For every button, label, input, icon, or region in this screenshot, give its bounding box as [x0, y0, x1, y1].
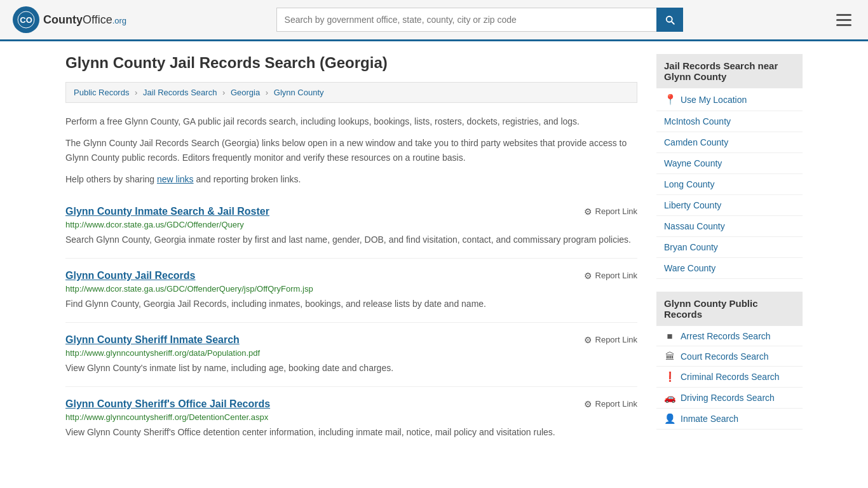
- sidebar-county-mcintosh[interactable]: McIntosh County: [656, 111, 803, 132]
- list-item: Wayne County: [656, 153, 803, 174]
- svg-text:CO: CO: [20, 15, 32, 25]
- list-item: 👤 Inmate Search: [656, 409, 803, 430]
- list-item: Nassau County: [656, 216, 803, 237]
- list-item: ■ Arrest Records Search: [656, 326, 803, 346]
- result-header: Glynn County Sheriff's Office Jail Recor…: [65, 398, 637, 410]
- result-header: Glynn County Jail Records ⚙ Report Link: [65, 270, 637, 281]
- criminal-icon: ❗: [664, 371, 675, 383]
- result-desc-3: View Glynn County's inmate list by name,…: [65, 362, 637, 375]
- page-title: Glynn County Jail Records Search (Georgi…: [65, 54, 637, 72]
- location-pin-icon: 📍: [664, 93, 677, 105]
- report-link-4[interactable]: ⚙ Report Link: [584, 399, 637, 409]
- logo-text: CountyOffice.org: [43, 13, 126, 27]
- sidebar-county-wayne[interactable]: Wayne County: [656, 153, 803, 173]
- search-area: [276, 8, 683, 32]
- result-title-3[interactable]: Glynn County Sheriff Inmate Search: [65, 334, 240, 346]
- breadcrumb-georgia[interactable]: Georgia: [231, 88, 260, 97]
- sidebar-county-liberty[interactable]: Liberty County: [656, 195, 803, 215]
- list-item: Ware County: [656, 258, 803, 279]
- list-item: ❗ Criminal Records Search: [656, 367, 803, 388]
- detail-description: The Glynn County Jail Records Search (Ge…: [65, 136, 637, 165]
- sidebar-county-nassau[interactable]: Nassau County: [656, 216, 803, 236]
- breadcrumb-sep: ›: [266, 88, 268, 97]
- nearby-counties-list: McIntosh County Camden County Wayne Coun…: [656, 111, 803, 279]
- list-item: Liberty County: [656, 195, 803, 216]
- site-header: CO CountyOffice.org: [0, 0, 868, 41]
- search-input[interactable]: [276, 8, 656, 32]
- result-header: Glynn County Inmate Search & Jail Roster…: [65, 206, 637, 217]
- sidebar-county-long[interactable]: Long County: [656, 174, 803, 194]
- menu-line: [836, 14, 851, 16]
- result-url-2[interactable]: http://www.dcor.state.ga.us/GDC/Offender…: [65, 284, 637, 294]
- report-link-3[interactable]: ⚙ Report Link: [584, 335, 637, 345]
- use-location-button[interactable]: 📍 Use My Location: [656, 88, 803, 111]
- result-item: Glynn County Sheriff's Office Jail Recor…: [65, 387, 637, 451]
- result-url-1[interactable]: http://www.dcor.state.ga.us/GDC/Offender…: [65, 220, 637, 229]
- result-header: Glynn County Sheriff Inmate Search ⚙ Rep…: [65, 334, 637, 346]
- menu-line: [836, 19, 851, 21]
- sidebar-county-ware[interactable]: Ware County: [656, 258, 803, 278]
- breadcrumb-sep: ›: [222, 88, 225, 97]
- help-description: Help others by sharing new links and rep…: [65, 172, 637, 186]
- main-content: Glynn County Jail Records Search (Georgi…: [65, 54, 637, 451]
- result-item: Glynn County Sheriff Inmate Search ⚙ Rep…: [65, 323, 637, 387]
- result-desc-1: Search Glynn County, Georgia inmate rost…: [65, 233, 637, 247]
- report-icon: ⚙: [584, 335, 592, 345]
- list-item: McIntosh County: [656, 111, 803, 132]
- new-links-link[interactable]: new links: [157, 174, 194, 184]
- result-title-2[interactable]: Glynn County Jail Records: [65, 270, 195, 281]
- breadcrumb-public-records[interactable]: Public Records: [74, 88, 129, 97]
- public-records-title: Glynn County Public Records: [656, 292, 803, 326]
- search-button[interactable]: [656, 8, 683, 32]
- court-icon: 🏛: [664, 351, 675, 362]
- nearby-section: Jail Records Search near Glynn County 📍 …: [656, 54, 803, 279]
- nearby-title: Jail Records Search near Glynn County: [656, 54, 803, 88]
- public-records-section: Glynn County Public Records ■ Arrest Rec…: [656, 292, 803, 430]
- result-item: Glynn County Jail Records ⚙ Report Link …: [65, 259, 637, 323]
- report-link-1[interactable]: ⚙ Report Link: [584, 207, 637, 217]
- driving-records-link[interactable]: Driving Records Search: [681, 393, 775, 403]
- sidebar-county-camden[interactable]: Camden County: [656, 132, 803, 152]
- report-icon: ⚙: [584, 207, 592, 217]
- breadcrumb: Public Records › Jail Records Search › G…: [65, 82, 637, 103]
- list-item: 🚗 Driving Records Search: [656, 388, 803, 409]
- result-url-4[interactable]: http://www.glynncountysheriff.org/Detent…: [65, 412, 637, 422]
- result-url-3[interactable]: http://www.glynncountysheriff.org/data/P…: [65, 348, 637, 358]
- arrest-records-link[interactable]: Arrest Records Search: [681, 331, 771, 341]
- logo-icon: CO: [13, 6, 39, 33]
- inmate-search-link[interactable]: Inmate Search: [681, 414, 738, 424]
- intro-description: Perform a free Glynn County, GA public j…: [65, 114, 637, 128]
- report-icon: ⚙: [584, 399, 592, 409]
- result-title-1[interactable]: Glynn County Inmate Search & Jail Roster: [65, 206, 269, 217]
- criminal-records-link[interactable]: Criminal Records Search: [681, 372, 780, 382]
- hamburger-menu-button[interactable]: [832, 10, 855, 30]
- breadcrumb-glynn-county[interactable]: Glynn County: [274, 88, 324, 97]
- list-item: Long County: [656, 174, 803, 195]
- breadcrumb-sep: ›: [135, 88, 137, 97]
- report-icon: ⚙: [584, 271, 592, 281]
- report-link-2[interactable]: ⚙ Report Link: [584, 271, 637, 281]
- sidebar: Jail Records Search near Glynn County 📍 …: [656, 54, 803, 451]
- sidebar-county-bryan[interactable]: Bryan County: [656, 237, 803, 257]
- logo-area: CO CountyOffice.org: [13, 6, 126, 33]
- result-item: Glynn County Inmate Search & Jail Roster…: [65, 194, 637, 259]
- results-list: Glynn County Inmate Search & Jail Roster…: [65, 194, 637, 451]
- driving-icon: 🚗: [664, 392, 675, 403]
- list-item: 🏛 Court Records Search: [656, 346, 803, 367]
- list-item: Camden County: [656, 132, 803, 153]
- search-icon: [664, 14, 675, 25]
- main-container: Glynn County Jail Records Search (Georgi…: [53, 41, 815, 463]
- arrest-icon: ■: [664, 330, 675, 341]
- inmate-icon: 👤: [664, 413, 675, 424]
- result-desc-2: Find Glynn County, Georgia Jail Records,…: [65, 297, 637, 311]
- list-item: Bryan County: [656, 237, 803, 258]
- breadcrumb-jail-records-search[interactable]: Jail Records Search: [143, 88, 217, 97]
- result-title-4[interactable]: Glynn County Sheriff's Office Jail Recor…: [65, 398, 270, 410]
- menu-line: [836, 24, 851, 26]
- result-desc-4: View Glynn County Sheriff's Office deten…: [65, 426, 637, 439]
- court-records-link[interactable]: Court Records Search: [681, 351, 769, 362]
